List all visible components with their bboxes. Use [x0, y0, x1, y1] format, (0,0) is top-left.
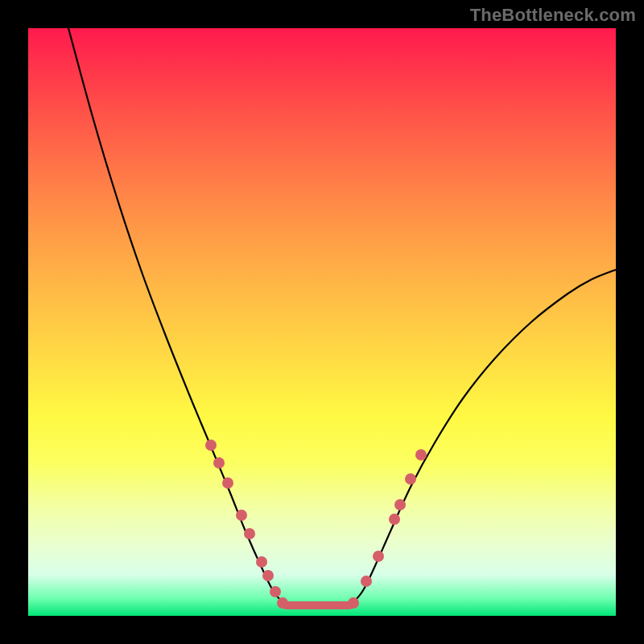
data-point-dot	[256, 556, 267, 568]
left-branch-curve	[68, 28, 286, 605]
data-point-dot	[361, 576, 372, 587]
data-point-dot	[222, 477, 233, 489]
chart-frame: TheBottleneck.com	[0, 0, 644, 644]
data-point-dot	[277, 597, 288, 609]
data-point-dot	[394, 499, 406, 510]
left-branch-dots	[205, 440, 288, 609]
watermark-text: TheBottleneck.com	[470, 5, 636, 26]
plot-area	[28, 28, 616, 616]
data-point-dot	[348, 597, 359, 609]
data-point-dot	[213, 457, 225, 469]
data-point-dot	[389, 514, 400, 525]
data-point-dot	[405, 473, 416, 485]
right-branch-dots	[348, 449, 427, 609]
curve-layer	[28, 28, 616, 616]
right-branch-curve	[350, 270, 616, 605]
data-point-dot	[270, 586, 281, 597]
data-point-dot	[373, 551, 384, 562]
data-point-dot	[205, 440, 217, 451]
data-point-dot	[262, 570, 274, 581]
data-point-dot	[236, 510, 247, 521]
data-point-dot	[244, 528, 255, 539]
data-point-dot	[415, 449, 427, 460]
